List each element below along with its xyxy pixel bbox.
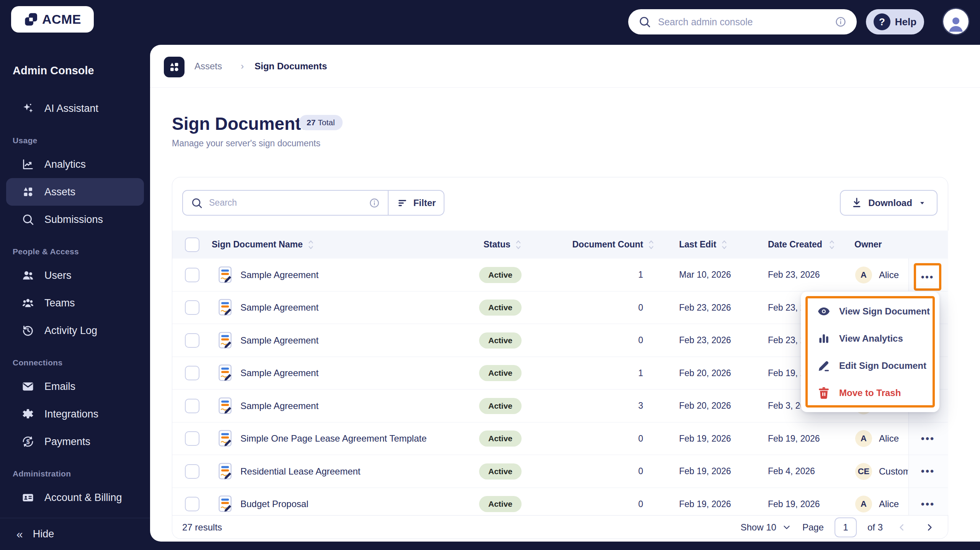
menu-item[interactable]: View Analytics [801,325,939,352]
document-name[interactable]: Sample Agreement [240,390,318,422]
user-avatar[interactable] [943,9,969,34]
table-search[interactable] [183,191,389,215]
row-checkbox[interactable] [185,333,199,348]
sidebar-item-payments[interactable]: $Payments [6,428,144,455]
menu-item[interactable]: Edit Sign Document [801,352,939,379]
sidebar-item-label: Submissions [44,214,103,226]
row-actions-menu: View Sign Document View Analytics Edit S… [801,291,939,412]
document-count: 0 [593,422,643,455]
sidebar-item-analytics[interactable]: Analytics [6,151,144,178]
previous-page-button[interactable] [893,519,910,536]
show-per-page-dropdown[interactable]: Show 10 [741,522,792,533]
filter-button[interactable]: Filter [389,191,444,215]
sidebar-item-submissions[interactable]: Submissions [6,206,144,233]
sidebar-standalone-items: AI Assistant [0,95,150,122]
assets-icon [164,57,185,77]
help-button[interactable]: ? Help [866,9,924,34]
info-icon[interactable] [835,16,847,28]
sort-icon[interactable] [307,238,315,251]
sort-icon[interactable] [514,238,523,251]
row-checkbox[interactable] [185,366,199,380]
table-row: Simple One Page Lease Agreement Template… [172,422,948,455]
sidebar-item-account-billing[interactable]: Account & Billing [6,484,144,511]
info-icon[interactable] [369,197,380,209]
chevron-left-icon [897,522,907,532]
sidebar-section-heading: Usage [13,131,150,151]
download-label: Download [868,198,912,208]
filter-label: Filter [413,198,436,208]
document-name[interactable]: Sample Agreement [240,357,318,390]
sidebar-section-heading: People & Access [13,242,150,262]
column-header-last-edit[interactable]: Last Edit [679,231,728,259]
row-actions-button[interactable]: ••• [917,494,939,514]
row-checkbox[interactable] [185,497,199,511]
breadcrumb: Assets › Sign Documents [150,45,980,88]
row-checkbox[interactable] [185,431,199,446]
sidebar-hide-button[interactable]: « Hide [0,518,150,550]
column-header-count[interactable]: Document Count [572,231,655,259]
date-created: Feb 4, 2026 [768,455,815,488]
page-number-input[interactable] [835,517,857,537]
row-checkbox[interactable] [185,300,199,315]
sidebar-item-teams[interactable]: Teams [6,289,144,317]
document-name[interactable]: Residential Lease Agreement [240,455,361,488]
table-search-input[interactable] [209,198,363,208]
row-checkbox[interactable] [185,268,199,282]
download-button[interactable]: Download [840,190,938,216]
menu-item-label: View Sign Document [839,306,930,317]
row-actions-button[interactable]: ••• [917,429,939,448]
document-name[interactable]: Budget Proposal [240,488,308,516]
teams-icon [21,296,34,309]
owner-avatar: A [855,430,872,447]
sort-icon[interactable] [720,238,728,251]
owner-name: Alice [879,270,908,280]
page-label: Page [802,522,824,533]
table-row: Sample Agreement Active 1 Mar 10, 2026 F… [172,259,948,291]
sidebar-item-assets[interactable]: Assets [6,178,144,206]
document-name[interactable]: Simple One Page Lease Agreement Template [240,422,427,455]
document-name[interactable]: Sample Agreement [240,291,318,324]
admin-search[interactable] [628,9,857,34]
column-header-status[interactable]: Status [483,231,523,259]
sort-icon[interactable] [647,238,655,251]
select-all-checkbox[interactable] [185,237,199,252]
sidebar-item-emails[interactable]: Emails [6,373,144,400]
sidebar-item[interactable]: AI Assistant [6,95,144,122]
menu-item[interactable]: View Sign Document [801,298,939,325]
page-total-label: of 3 [867,522,883,533]
question-icon: ? [874,13,890,30]
row-actions-menu-items: View Sign Document View Analytics Edit S… [801,298,939,406]
admin-search-input[interactable] [658,16,828,28]
total-count: 27 [307,118,315,127]
filter-icon [397,197,408,209]
sidebar-item-activity-log[interactable]: Activity Log [6,317,144,344]
sign-doc-icon [217,331,234,350]
sort-icon-date-created[interactable] [828,231,836,259]
sidebar-item-users[interactable]: Users [6,262,144,289]
document-name[interactable]: Sample Agreement [240,259,318,291]
bar-chart-icon [817,332,831,345]
document-name[interactable]: Sample Agreement [240,324,318,357]
column-header-name[interactable]: Sign Document Name [212,231,315,259]
sidebar-item-integrations[interactable]: Integrations [6,400,144,428]
highlighted-row-actions-button[interactable]: ••• [914,263,941,291]
row-checkbox[interactable] [185,464,199,479]
sidebar-item-label: Users [44,270,72,282]
row-checkbox[interactable] [185,399,199,413]
status-badge: Active [479,365,521,381]
eye-icon [817,304,831,318]
sort-icon[interactable] [828,238,836,251]
sign-doc-icon [217,429,234,448]
menu-item[interactable]: Move to Trash [801,379,939,406]
sidebar-item-label: AI Assistant [44,103,98,115]
column-header-date-created[interactable]: Date Created [768,231,825,259]
search-icon [638,15,651,28]
breadcrumb-assets-link[interactable]: Assets [194,45,222,88]
table-footer: 27 results Show 10 Page of 3 [172,515,948,539]
status-badge: Active [479,431,521,447]
mail-icon [21,380,34,393]
activity-log-icon [21,324,34,337]
next-page-button[interactable] [921,519,938,536]
sign-doc-icon [217,364,234,382]
row-actions-button[interactable]: ••• [917,462,939,481]
